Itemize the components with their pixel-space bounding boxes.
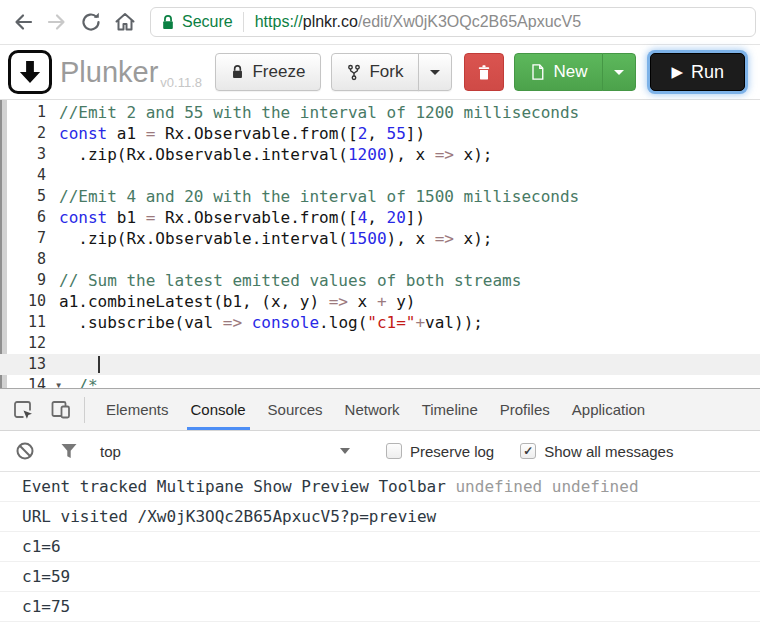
line-number: 6 [0,207,51,228]
code-text: // Sum the latest emitted values of both… [59,270,521,291]
play-icon: ▶ [671,63,683,81]
line-number: 12 [0,333,51,354]
message-text: URL visited /Xw0jK3OQc2B65ApxucV5?p=prev… [22,507,436,526]
line-number: 13 [0,354,51,375]
devtools-tabbar: ElementsConsoleSourcesNetworkTimelinePro… [0,389,760,431]
line-number: 2 [0,123,51,144]
console-message[interactable]: Event tracked Multipane Show Preview Too… [0,472,760,502]
code-text: /* [59,375,98,388]
plunker-logo[interactable] [8,50,52,94]
code-line-11[interactable]: 11 .subscribe(val => console.log("c1="+v… [0,312,760,333]
fork-button[interactable]: Fork [331,53,419,91]
code-line-10[interactable]: 10a1.combineLatest(b1, (x, y) => x + y) [0,291,760,312]
console-message[interactable]: c1=59 [0,562,760,592]
devtools-panel: ElementsConsoleSourcesNetworkTimelinePro… [0,388,760,622]
address-bar[interactable]: Secure https://plnkr.co/edit/Xw0jK3OQc2B… [150,7,756,37]
code-text: //Emit 2 and 55 with the interval of 120… [59,102,579,123]
code-line-12[interactable]: 12 [0,333,760,354]
code-line-4[interactable]: 4 [0,165,760,186]
plunker-arrow-icon [16,58,44,86]
back-arrow-icon [10,9,36,35]
address-divider [243,12,244,32]
console-message[interactable]: URL visited /Xw0jK3OQc2B65ApxucV5?p=prev… [0,502,760,532]
preserve-log-label[interactable]: Preserve log [410,443,494,460]
forward-button[interactable] [40,5,74,39]
code-line-8[interactable]: 8 [0,249,760,270]
filter-button[interactable] [54,436,84,466]
message-text: Event tracked Multipane Show Preview Too… [22,477,455,496]
brand-version: v0.11.8 [160,75,202,90]
home-button[interactable] [108,5,142,39]
code-line-2[interactable]: 2const a1 = Rx.Observable.from([2, 55]) [0,123,760,144]
fold-arrow-icon[interactable]: ▾ [55,375,62,388]
refresh-button[interactable] [74,5,108,39]
new-button[interactable]: New [514,53,603,91]
code-text: .subscribe(val => console.log("c1="+val)… [59,312,483,333]
trash-icon [476,63,492,81]
message-text: c1=75 [22,597,70,616]
url-text[interactable]: https://plnkr.co/edit/Xw0jK3OQc2B65Apxuc… [255,13,581,31]
plunker-toolbar: Plunker v0.11.8 Freeze Fork [0,45,760,100]
code-text: .zip(Rx.Observable.interval(1200), x => … [59,144,492,165]
tab-application[interactable]: Application [561,389,656,430]
code-line-5[interactable]: 5//Emit 4 and 20 with the interval of 15… [0,186,760,207]
console-message[interactable]: c1=75 [0,592,760,622]
line-number: 10 [0,291,51,312]
tab-network[interactable]: Network [334,389,411,430]
message-text: c1=59 [22,567,70,586]
tab-sources[interactable]: Sources [257,389,334,430]
fork-caret-button[interactable] [418,53,452,91]
code-line-7[interactable]: 7 .zip(Rx.Observable.interval(1500), x =… [0,228,760,249]
message-text: c1=6 [22,537,61,556]
home-icon [112,9,138,35]
code-lines: 1//Emit 2 and 55 with the interval of 12… [0,102,760,388]
refresh-icon [78,9,104,35]
tab-elements[interactable]: Elements [95,389,180,430]
line-number: 9 [0,270,51,291]
line-number: 1 [0,102,51,123]
code-text: const b1 = Rx.Observable.from([4, 20]) [59,207,425,228]
text-cursor [98,356,100,373]
code-line-3[interactable]: 3 .zip(Rx.Observable.interval(1200), x =… [0,144,760,165]
forward-arrow-icon [44,9,70,35]
lock-icon [161,14,175,31]
new-caret-button[interactable] [602,53,636,91]
inspect-element-button[interactable] [8,395,38,425]
tab-timeline[interactable]: Timeline [411,389,489,430]
preserve-log-checkbox[interactable] [386,443,402,459]
freeze-label: Freeze [252,62,305,82]
code-text: .zip(Rx.Observable.interval(1500), x => … [59,228,492,249]
code-editor[interactable]: 1//Emit 2 and 55 with the interval of 12… [0,100,760,388]
code-line-1[interactable]: 1//Emit 2 and 55 with the interval of 12… [0,102,760,123]
run-button[interactable]: ▶ Run [650,53,745,91]
console-message[interactable]: c1=6 [0,532,760,562]
code-line-13[interactable]: 13 [0,354,760,375]
browser-toolbar: Secure https://plnkr.co/edit/Xw0jK3OQc2B… [0,0,760,45]
freeze-button[interactable]: Freeze [215,53,321,91]
execution-context-selector[interactable]: top [100,443,350,460]
console-toolbar: top Preserve log ✓ Show all messages [0,431,760,472]
show-all-messages-checkbox[interactable]: ✓ [520,443,536,459]
url-path: /edit/Xw0jK3OQc2B65ApxucV5 [358,13,581,30]
tab-profiles[interactable]: Profiles [489,389,561,430]
new-label: New [553,62,587,82]
code-text: //Emit 4 and 20 with the interval of 150… [59,186,579,207]
back-button[interactable] [6,5,40,39]
chevron-down-icon [614,70,624,75]
url-host: plnkr.co [303,13,358,30]
code-line-9[interactable]: 9// Sum the latest emitted values of bot… [0,270,760,291]
line-number: 5 [0,186,51,207]
clear-console-button[interactable] [10,436,40,466]
delete-button[interactable] [464,53,504,91]
line-number: 4 [0,165,51,186]
code-line-6[interactable]: 6const b1 = Rx.Observable.from([4, 20]) [0,207,760,228]
devtools-tab-strip: ElementsConsoleSourcesNetworkTimelinePro… [95,389,656,430]
new-file-icon [530,63,545,81]
tab-console[interactable]: Console [180,389,257,430]
code-text: a1.combineLatest(b1, (x, y) => x + y) [59,291,415,312]
fork-label: Fork [369,62,403,82]
toggle-device-toolbar-button[interactable] [46,395,76,425]
show-all-messages-label[interactable]: Show all messages [544,443,673,460]
code-line-14[interactable]: 14▾ /* [0,375,760,388]
line-number: 3 [0,144,51,165]
